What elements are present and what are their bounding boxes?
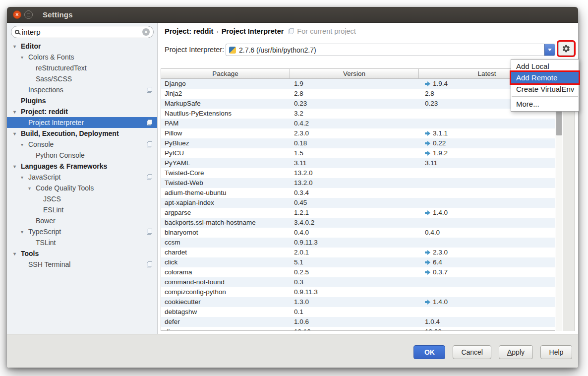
expand-arrow-icon[interactable]: ▾ <box>13 128 21 139</box>
sidebar-item-build-execution-deployment[interactable]: ▾Build, Execution, Deployment <box>7 128 157 139</box>
package-row-pyyaml[interactable]: PyYAML3.113.11 <box>161 158 555 168</box>
expand-arrow-icon[interactable]: ▾ <box>21 172 28 183</box>
clear-search-icon[interactable]: × <box>142 28 150 36</box>
sidebar-item-label: SSH Terminal <box>28 260 70 268</box>
sidebar-item-python-console[interactable]: Python Console <box>7 150 157 161</box>
package-row-pillow[interactable]: Pillow2.3.03.1.1 <box>161 128 555 138</box>
breadcrumb-section[interactable]: Project: reddit <box>165 27 213 35</box>
package-row-twisted-core[interactable]: Twisted-Core13.2.0 <box>161 168 555 178</box>
sidebar-item-inspections[interactable]: Inspections <box>7 84 157 95</box>
sidebar-item-restructuredtext[interactable]: reStructuredText <box>7 63 157 73</box>
expand-arrow-icon[interactable]: ▾ <box>13 107 21 118</box>
gear-button[interactable] <box>558 42 574 56</box>
sidebar-item-label: ESLint <box>43 206 63 214</box>
package-row-django[interactable]: Django1.91.9.4 <box>161 79 555 89</box>
package-row-click[interactable]: click5.16.4 <box>161 257 555 267</box>
package-row-dirspec[interactable]: dirspec13.1013.08 <box>161 327 555 331</box>
titlebar[interactable]: × Settings <box>7 7 578 23</box>
package-row-cookiecutter[interactable]: cookiecutter1.3.01.4.0 <box>161 297 555 307</box>
expand-arrow-icon[interactable]: ▾ <box>13 161 21 172</box>
package-latest: 1.0.4 <box>419 317 555 327</box>
expand-arrow-icon[interactable]: ▾ <box>21 139 28 150</box>
table-body: Django1.91.9.4Jinja22.82.8MarkupSafe0.23… <box>161 79 555 331</box>
settings-tree: ▾Editor▾Colors & FontsreStructuredTextSa… <box>7 41 157 270</box>
column-header-package[interactable]: Package <box>161 69 290 78</box>
package-row-pam[interactable]: PAM0.4.2 <box>161 119 555 128</box>
package-row-chardet[interactable]: chardet2.0.12.3.0 <box>161 248 555 257</box>
sidebar-item-code-quality-tools[interactable]: ▾Code Quality Tools <box>7 183 157 193</box>
package-row-pybluez[interactable]: PyBluez0.180.22 <box>161 138 555 148</box>
package-row-defer[interactable]: defer1.0.61.0.4 <box>161 317 555 327</box>
package-latest <box>419 307 555 317</box>
sidebar-item-sass-scss[interactable]: Sass/SCSS <box>7 73 157 84</box>
package-row-nautilus-pyextensions[interactable]: Nautilus-PyExtensions3.2 <box>161 109 555 119</box>
package-row-binaryornot[interactable]: binaryornot0.4.00.4.0 <box>161 228 555 238</box>
sidebar-item-eslint[interactable]: ESLint <box>7 204 157 215</box>
package-row-markupsafe[interactable]: MarkupSafe0.230.23 <box>161 99 555 109</box>
menu-item-more[interactable]: More... <box>511 98 579 110</box>
package-name: chardet <box>161 248 290 257</box>
package-row-debtagshw[interactable]: debtagshw0.1 <box>161 307 555 317</box>
expand-arrow-icon[interactable]: ▾ <box>21 52 28 63</box>
column-header-version[interactable]: Version <box>290 69 419 78</box>
package-name: PAM <box>161 119 290 128</box>
sidebar-item-console[interactable]: ▾Console <box>7 139 157 150</box>
package-row-ccsm[interactable]: ccsm0.9.11.3 <box>161 238 555 248</box>
menu-separator <box>512 96 578 97</box>
menu-item-add-local[interactable]: Add Local <box>511 61 579 72</box>
expand-arrow-icon[interactable]: ▾ <box>13 249 21 259</box>
package-row-argparse[interactable]: argparse1.2.11.4.0 <box>161 208 555 218</box>
package-row-compizconfig-python[interactable]: compizconfig-python0.9.11.3 <box>161 287 555 297</box>
sidebar-item-editor[interactable]: ▾Editor <box>7 41 157 52</box>
ok-button[interactable]: OK <box>413 345 445 359</box>
package-row-twisted-web[interactable]: Twisted-Web13.2.0 <box>161 178 555 188</box>
sidebar-item-bower[interactable]: Bower <box>7 215 157 226</box>
footer-bar: OKCancelApplyHelp <box>7 334 578 368</box>
package-latest: 2.3.0 <box>419 248 555 257</box>
package-row-apt-xapian-index[interactable]: apt-xapian-index0.45 <box>161 198 555 208</box>
table-header-row: PackageVersionLatest <box>161 69 555 79</box>
package-name: Twisted-Core <box>161 168 290 178</box>
sidebar-item-typescript[interactable]: ▾TypeScript <box>7 226 157 237</box>
copy-settings-icon <box>147 229 152 235</box>
sidebar-item-project-interpreter[interactable]: Project Interpreter <box>7 117 157 128</box>
package-row-command-not-found[interactable]: command-not-found0.3 <box>161 277 555 287</box>
sidebar-item-tslint[interactable]: TSLint <box>7 237 157 248</box>
expand-arrow-icon[interactable]: ▾ <box>21 227 28 238</box>
upgrade-arrow-icon <box>425 260 431 265</box>
sidebar-item-project-reddit[interactable]: ▾Project: reddit <box>7 106 157 117</box>
package-version: 13.2.0 <box>290 168 419 178</box>
package-row-pyicu[interactable]: PyICU1.51.9.2 <box>161 148 555 158</box>
sidebar-item-jscs[interactable]: JSCS <box>7 193 157 204</box>
package-row-backports-ssl-match-hostname[interactable]: backports.ssl-match-hostname3.4.0.2 <box>161 218 555 228</box>
menu-item-create-virtualenv[interactable]: Create VirtualEnv <box>511 83 579 95</box>
apply-button[interactable]: Apply <box>499 345 533 359</box>
upgrade-arrow-icon <box>425 141 431 146</box>
search-value[interactable]: interp <box>22 28 142 36</box>
package-latest: 0.4.0 <box>419 228 555 238</box>
interpreter-combobox[interactable]: 2.7.6 (/usr/bin/python2.7) <box>226 44 555 56</box>
close-icon[interactable]: × <box>13 10 21 19</box>
search-input[interactable]: interp × <box>11 26 154 38</box>
sidebar-item-plugins[interactable]: Plugins <box>7 95 157 106</box>
sidebar-item-languages-frameworks[interactable]: ▾Languages & Frameworks <box>7 161 157 172</box>
package-latest: 0.3.7 <box>419 267 555 277</box>
cancel-button[interactable]: Cancel <box>453 345 491 359</box>
sidebar-item-ssh-terminal[interactable]: SSH Terminal <box>7 259 157 270</box>
upgrade-arrow-icon <box>425 131 431 136</box>
sidebar-item-label: TypeScript <box>28 228 61 236</box>
sidebar-item-tools[interactable]: ▾Tools <box>7 248 157 259</box>
package-row-adium-theme-ubuntu[interactable]: adium-theme-ubuntu0.3.4 <box>161 188 555 198</box>
sidebar-item-colors-fonts[interactable]: ▾Colors & Fonts <box>7 52 157 63</box>
restore-icon[interactable] <box>24 10 33 19</box>
expand-arrow-icon[interactable]: ▾ <box>28 183 36 194</box>
expand-arrow-icon[interactable]: ▾ <box>13 41 21 52</box>
sidebar-item-javascript[interactable]: ▾JavaScript <box>7 172 157 183</box>
package-row-colorama[interactable]: colorama0.2.50.3.7 <box>161 267 555 277</box>
help-button[interactable]: Help <box>540 345 572 359</box>
package-row-jinja2[interactable]: Jinja22.82.8 <box>161 89 555 99</box>
package-latest: 1.4.0 <box>419 208 555 218</box>
upgrade-arrow-icon <box>425 250 431 255</box>
combo-dropdown-button[interactable] <box>544 44 555 56</box>
menu-item-add-remote[interactable]: Add Remote <box>511 72 579 83</box>
